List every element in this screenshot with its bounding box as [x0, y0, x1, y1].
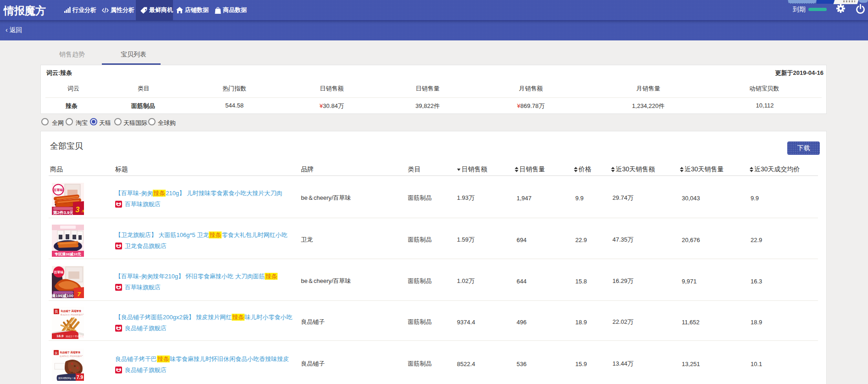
svg-text:满199减100: 满199减100 [52, 294, 73, 298]
svg-text:满减交个零食专区: 满减交个零食专区 [66, 335, 84, 338]
svg-text:7.9: 7.9 [77, 375, 83, 380]
svg-text:良品铺子 高端零食: 良品铺子 高端零食 [60, 351, 81, 354]
svg-text:18.9: 18.9 [56, 334, 64, 338]
svg-text:专区满38减10元: 专区满38减10元 [54, 252, 81, 256]
svg-text:良: 良 [55, 351, 58, 354]
svg-text:7: 7 [77, 291, 81, 298]
svg-text:第2件3.9元: 第2件3.9元 [53, 210, 74, 215]
svg-text:良品铺子 高端零食: 良品铺子 高端零食 [61, 310, 82, 313]
svg-text:百草味: 百草味 [54, 271, 64, 274]
svg-text:良: 良 [55, 310, 58, 314]
svg-text:甄选2年生 烤制秘料酱干*: 甄选2年生 烤制秘料酱干* [61, 313, 84, 316]
svg-text:3: 3 [76, 206, 80, 214]
svg-text:.9: .9 [81, 209, 84, 213]
svg-text:百草味: 百草味 [53, 188, 64, 192]
svg-text:精选5年生 烤制秘制酱干*: 精选5年生 烤制秘制酱干* [60, 355, 83, 358]
